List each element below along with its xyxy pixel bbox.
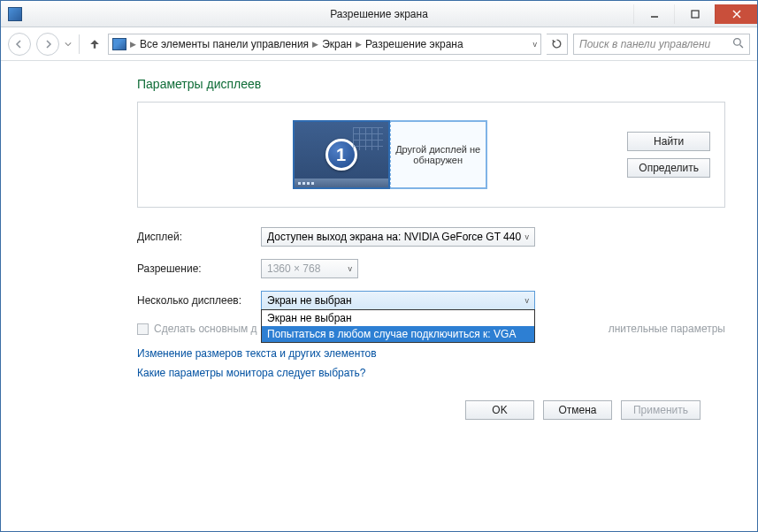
display-select[interactable]: Доступен выход экрана на: NVIDIA GeForce…	[261, 227, 535, 247]
app-icon	[8, 7, 22, 21]
multiple-displays-dropdown: Экран не выбран Попытаться в любом случа…	[261, 309, 535, 343]
titlebar: Разрешение экрана	[1, 1, 757, 27]
chevron-right-icon: ▶	[130, 40, 136, 49]
maximize-button[interactable]	[674, 4, 715, 24]
back-button[interactable]	[8, 33, 31, 56]
make-primary-checkbox	[137, 323, 149, 335]
chevron-right-icon: ▶	[356, 40, 362, 49]
chevron-down-icon: v	[348, 264, 353, 273]
dropdown-option[interactable]: Попытаться в любом случае подключиться к…	[262, 326, 534, 342]
forward-button[interactable]	[36, 33, 59, 56]
page-title: Параметры дисплеев	[137, 77, 736, 91]
resize-text-link[interactable]: Изменение размеров текста и других элеме…	[137, 347, 736, 360]
resolution-select: 1360 × 768 v	[261, 259, 358, 278]
svg-line-5	[740, 44, 743, 47]
breadcrumb-leaf[interactable]: Разрешение экрана	[365, 38, 463, 50]
apply-button: Применить	[621, 400, 701, 420]
svg-point-4	[734, 38, 741, 45]
address-dropdown-icon[interactable]: v	[533, 40, 538, 49]
address-bar[interactable]: ▶ Все элементы панели управления ▶ Экран…	[108, 34, 541, 55]
identify-button[interactable]: Определить	[627, 158, 710, 178]
close-button[interactable]	[715, 4, 757, 24]
breadcrumb-root[interactable]: Все элементы панели управления	[140, 38, 309, 50]
history-dropdown-icon[interactable]	[65, 41, 72, 48]
svg-rect-1	[692, 11, 699, 18]
chevron-down-icon: v	[525, 232, 530, 241]
monitor-grid-icon	[353, 127, 383, 150]
up-button[interactable]	[88, 38, 101, 50]
make-primary-label: Сделать основным д	[154, 323, 257, 335]
dropdown-option[interactable]: Экран не выбран	[262, 310, 534, 326]
display-label: Дисплей:	[137, 231, 261, 243]
advanced-settings-link: лнительные параметры	[609, 323, 725, 335]
which-settings-link[interactable]: Какие параметры монитора следует выбрать…	[137, 367, 736, 379]
chevron-down-icon: v	[525, 296, 530, 305]
separator	[79, 34, 80, 54]
find-button[interactable]: Найти	[627, 132, 710, 151]
multiple-displays-label: Несколько дисплеев:	[137, 294, 261, 307]
display-arrangement-panel: 1 Другой дисплей не обнаружен Найти Опре…	[137, 102, 725, 208]
toolbar: ▶ Все элементы панели управления ▶ Экран…	[1, 27, 757, 61]
chevron-right-icon: ▶	[312, 40, 318, 49]
search-icon	[732, 37, 744, 51]
minimize-button[interactable]	[633, 4, 674, 24]
cancel-button[interactable]: Отмена	[543, 400, 612, 420]
monitor-1[interactable]: 1	[293, 120, 390, 189]
control-panel-icon	[112, 38, 126, 50]
search-input[interactable]: Поиск в панели управлени	[573, 34, 750, 55]
refresh-button[interactable]	[547, 34, 568, 55]
resolution-label: Разрешение:	[137, 262, 261, 275]
search-placeholder: Поиск в панели управлени	[579, 38, 710, 50]
monitor-not-detected[interactable]: Другой дисплей не обнаружен	[390, 120, 487, 189]
breadcrumb-mid[interactable]: Экран	[322, 38, 352, 50]
multiple-displays-select[interactable]: Экран не выбран v Экран не выбран Попыта…	[261, 291, 535, 310]
ok-button[interactable]: OK	[465, 400, 534, 420]
